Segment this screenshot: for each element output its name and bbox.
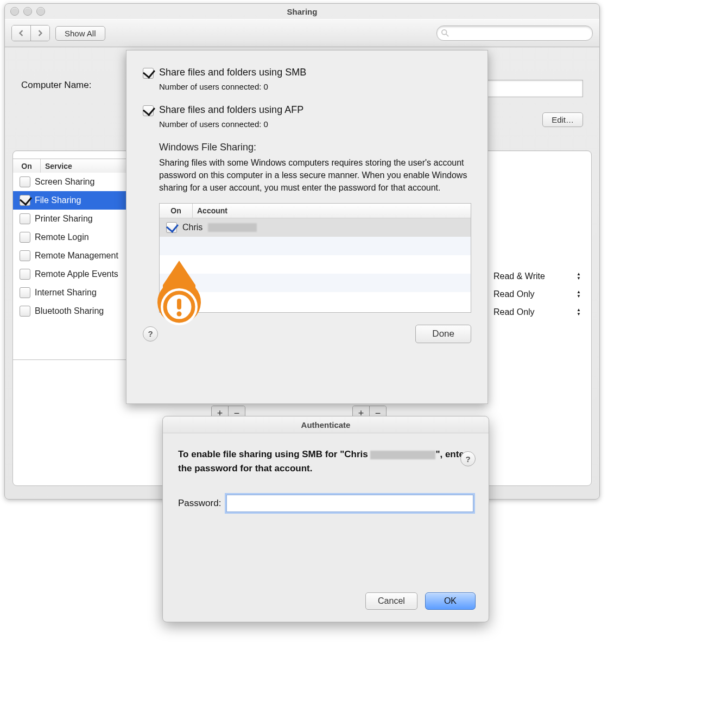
service-row-bluetooth-sharing[interactable]: Bluetooth Sharing bbox=[13, 302, 127, 320]
smb-status: Number of users connected: 0 bbox=[159, 82, 471, 91]
ok-button[interactable]: OK bbox=[425, 592, 476, 610]
search-icon bbox=[441, 29, 449, 37]
traffic-lights[interactable] bbox=[10, 7, 45, 16]
svg-point-5 bbox=[177, 312, 182, 317]
accounts-header-account: Account bbox=[193, 204, 227, 218]
password-input[interactable] bbox=[226, 495, 473, 512]
service-label: Screen Sharing bbox=[35, 177, 94, 187]
service-label: Internet Sharing bbox=[35, 288, 97, 298]
svg-point-0 bbox=[442, 30, 447, 35]
afp-label: Share files and folders using AFP bbox=[159, 104, 303, 116]
service-row-screen-sharing[interactable]: Screen Sharing bbox=[13, 173, 127, 191]
service-row-remote-apple-events[interactable]: Remote Apple Events bbox=[13, 265, 127, 283]
service-row-file-sharing[interactable]: File Sharing bbox=[13, 191, 127, 210]
service-label: Remote Management bbox=[35, 251, 118, 261]
zoom-icon[interactable] bbox=[36, 7, 45, 16]
services-header-service: Service bbox=[41, 159, 72, 173]
window-titlebar[interactable]: Sharing bbox=[5, 4, 599, 19]
password-label: Password: bbox=[178, 498, 221, 509]
checkbox[interactable] bbox=[20, 287, 30, 298]
redacted-text bbox=[370, 451, 435, 459]
service-label: Printer Sharing bbox=[35, 214, 93, 224]
service-row-printer-sharing[interactable]: Printer Sharing bbox=[13, 210, 127, 228]
account-name: Chris bbox=[182, 223, 202, 232]
stepper-icon[interactable]: ▲▼ bbox=[577, 308, 581, 317]
auth-message: To enable file sharing using SMB for "Ch… bbox=[178, 447, 473, 475]
cancel-button[interactable]: Cancel bbox=[365, 592, 417, 610]
services-header: On Service bbox=[12, 159, 126, 174]
checkbox[interactable] bbox=[20, 195, 30, 206]
nav-back-forward[interactable] bbox=[11, 25, 50, 41]
account-row-empty bbox=[160, 237, 471, 255]
service-label: Remote Apple Events bbox=[35, 269, 118, 279]
windows-file-sharing-text: Sharing files with some Windows computer… bbox=[159, 156, 471, 194]
windows-file-sharing-title: Windows File Sharing: bbox=[159, 142, 471, 153]
svg-line-1 bbox=[446, 34, 448, 36]
stepper-icon[interactable]: ▲▼ bbox=[577, 290, 581, 299]
checkbox[interactable] bbox=[143, 105, 154, 116]
auth-title: Authenticate bbox=[163, 416, 489, 433]
redacted-text bbox=[208, 223, 257, 232]
stepper-icon[interactable]: ▲▼ bbox=[577, 272, 581, 281]
forward-icon[interactable] bbox=[30, 26, 49, 41]
checkbox[interactable] bbox=[20, 232, 30, 243]
back-icon[interactable] bbox=[12, 26, 30, 41]
permission-label: Read & Write bbox=[493, 271, 545, 281]
checkbox[interactable] bbox=[20, 176, 30, 187]
service-label: Bluetooth Sharing bbox=[35, 306, 104, 316]
smb-checkbox-row[interactable]: Share files and folders using SMB bbox=[143, 67, 471, 79]
checkbox[interactable] bbox=[20, 250, 30, 261]
toolbar: Show All bbox=[5, 19, 599, 47]
callout-warning-icon bbox=[152, 261, 206, 337]
service-row-remote-management[interactable]: Remote Management bbox=[13, 247, 127, 265]
service-row-internet-sharing[interactable]: Internet Sharing bbox=[13, 283, 127, 302]
computer-name-field[interactable] bbox=[479, 80, 583, 97]
minimize-icon[interactable] bbox=[23, 7, 32, 16]
services-list[interactable]: Screen Sharing File Sharing Printer Shar… bbox=[12, 173, 128, 360]
checkbox[interactable] bbox=[166, 222, 177, 233]
permission-row[interactable]: Read Only▲▼ bbox=[493, 303, 583, 321]
checkbox[interactable] bbox=[20, 213, 30, 224]
permission-row[interactable]: Read Only▲▼ bbox=[493, 285, 583, 303]
search-input[interactable] bbox=[436, 26, 593, 41]
afp-checkbox-row[interactable]: Share files and folders using AFP bbox=[143, 104, 471, 116]
authenticate-dialog: Authenticate To enable file sharing usin… bbox=[162, 416, 489, 622]
service-label: File Sharing bbox=[35, 195, 81, 205]
afp-status: Number of users connected: 0 bbox=[159, 119, 471, 129]
svg-rect-4 bbox=[177, 299, 181, 310]
checkbox[interactable] bbox=[20, 269, 30, 280]
options-sheet: Share files and folders using SMB Number… bbox=[126, 50, 488, 404]
checkbox[interactable] bbox=[143, 68, 154, 79]
permission-label: Read Only bbox=[493, 289, 535, 299]
computer-name-label: Computer Name: bbox=[21, 80, 91, 91]
account-row[interactable]: Chris bbox=[160, 218, 471, 237]
permission-row[interactable]: Read & Write▲▼ bbox=[493, 267, 583, 285]
done-button[interactable]: Done bbox=[415, 325, 471, 343]
help-button[interactable]: ? bbox=[460, 451, 476, 466]
permission-label: Read Only bbox=[493, 307, 535, 317]
service-label: Remote Login bbox=[35, 232, 89, 242]
checkbox[interactable] bbox=[20, 306, 30, 317]
smb-label: Share files and folders using SMB bbox=[159, 67, 306, 78]
accounts-header: On Account bbox=[160, 204, 471, 218]
show-all-button[interactable]: Show All bbox=[55, 26, 105, 41]
window-title: Sharing bbox=[287, 7, 318, 16]
close-icon[interactable] bbox=[10, 7, 19, 16]
services-header-on: On bbox=[13, 159, 41, 173]
edit-button[interactable]: Edit… bbox=[542, 112, 583, 127]
permissions-list: Read & Write▲▼ Read Only▲▼ Read Only▲▼ bbox=[493, 267, 583, 321]
service-row-remote-login[interactable]: Remote Login bbox=[13, 228, 127, 247]
accounts-header-on: On bbox=[160, 204, 193, 218]
